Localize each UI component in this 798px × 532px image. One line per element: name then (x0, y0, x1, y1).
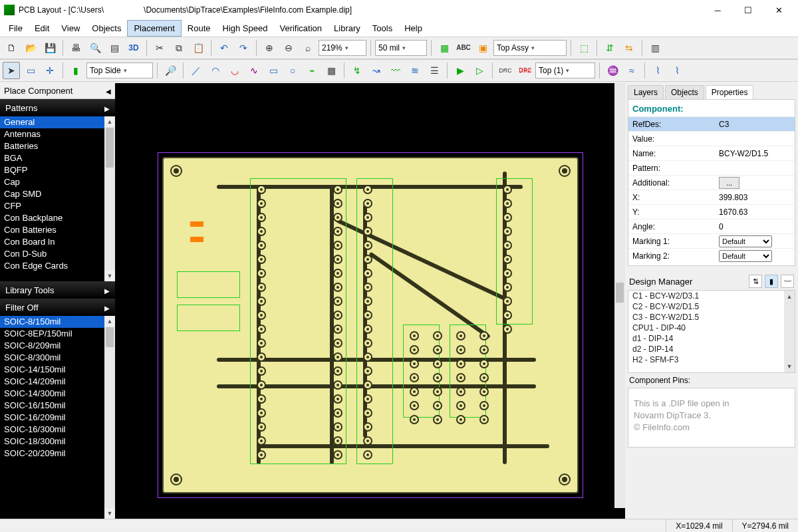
footprint-item[interactable]: SOIC-8/300mil (0, 352, 115, 364)
menu-library[interactable]: Library (328, 20, 366, 37)
titles-icon[interactable]: ▤ (106, 39, 123, 57)
menu-objects[interactable]: Objects (86, 20, 127, 37)
dm-item[interactable]: C2 - BCY-W2/D1.5 (628, 301, 795, 312)
menu-placement[interactable]: Placement (127, 20, 181, 37)
maximize-button[interactable]: ☐ (733, 0, 763, 20)
prop-marking1[interactable]: Marking 1:Default (628, 233, 795, 248)
route-bus-icon[interactable]: ≋ (406, 62, 424, 79)
route-free-icon[interactable]: 〰 (387, 62, 404, 79)
canvas-scrollbar-vertical[interactable] (614, 83, 625, 508)
image-icon[interactable]: ▣ (474, 39, 491, 57)
arc2-icon[interactable]: ◡ (226, 62, 243, 79)
category-list[interactable]: GeneralAntennasBatteriesBGABQFPCapCap SM… (0, 116, 115, 281)
tab-layers[interactable]: Layers (628, 85, 664, 99)
category-item[interactable]: General (0, 116, 115, 128)
component-icon[interactable]: ▮ (67, 62, 84, 79)
menu-verification[interactable]: Verification (273, 20, 328, 37)
prop-y[interactable]: Y:1670.63 (628, 204, 795, 219)
new-icon[interactable]: 🗋 (3, 39, 20, 57)
category-item[interactable]: BQFP (0, 164, 115, 176)
footprint-item[interactable]: SOIC-18/300mil (0, 436, 115, 448)
paste-icon[interactable]: 📋 (190, 39, 207, 57)
category-item[interactable]: Cap (0, 176, 115, 188)
serpentine-icon[interactable]: ⌇ (649, 62, 666, 79)
prop-marking2[interactable]: Marking 2:Default (628, 248, 795, 263)
backannotate-icon[interactable]: ⇆ (620, 39, 638, 57)
category-item[interactable]: Con Batteries (0, 224, 115, 236)
category-item[interactable]: Con D-Sub (0, 248, 115, 260)
menu-edit[interactable]: Edit (29, 20, 55, 37)
dm-item[interactable]: d2 - DIP-14 (628, 344, 795, 354)
prop-x[interactable]: X:399.803 (628, 190, 795, 204)
pointer-tool-icon[interactable]: ➤ (3, 62, 20, 79)
minimize-button[interactable]: ─ (702, 0, 733, 20)
tab-objects[interactable]: Objects (665, 85, 704, 99)
footprint-item[interactable]: SOIC-8EP/150mil (0, 328, 115, 340)
side-select[interactable]: Top Side▾ (86, 63, 153, 78)
spline-icon[interactable]: ∿ (245, 62, 263, 79)
menu-route[interactable]: Route (182, 20, 217, 37)
dm-item[interactable]: C3 - BCY-W2/D1.5 (628, 312, 795, 323)
dm-scrollbar[interactable]: ▲ ▼ (784, 291, 795, 372)
expand-icon[interactable] (104, 285, 110, 295)
additional-button[interactable]: ... (719, 177, 739, 189)
cut-icon[interactable]: ✂ (151, 39, 168, 57)
prop-value[interactable]: Value: (628, 131, 795, 146)
footprint-item[interactable]: SOIC-16/300mil (0, 424, 115, 436)
table-icon[interactable]: ▦ (323, 62, 340, 79)
filter-header[interactable]: Filter Off (0, 299, 115, 316)
copy-icon[interactable]: ⧉ (170, 39, 188, 57)
diffpair2-icon[interactable]: ≈ (623, 62, 640, 79)
serpentine2-icon[interactable]: ⌇ (668, 62, 686, 79)
footprint-item[interactable]: SOIC-20/209mil (0, 448, 115, 460)
patterns-header[interactable]: Patterns (0, 99, 115, 116)
measure-icon[interactable]: ▭ (22, 62, 39, 79)
footprint-item[interactable]: SOIC-14/209mil (0, 376, 115, 388)
autoroute-stop-icon[interactable]: ▷ (471, 62, 488, 79)
category-item[interactable]: Con Board In (0, 236, 115, 248)
circle-icon[interactable]: ○ (284, 62, 301, 79)
footprint-item[interactable]: SOIC-8/150mil (0, 316, 115, 328)
collapse-icon[interactable] (106, 86, 111, 96)
diffpair-icon[interactable]: ♒ (604, 62, 621, 79)
line-icon[interactable]: ／ (188, 62, 205, 79)
pcb-canvas[interactable] (115, 83, 625, 519)
open-icon[interactable]: 📂 (22, 39, 39, 57)
tab-properties[interactable]: Properties (706, 85, 754, 99)
dm-net-icon[interactable]: 〰 (781, 275, 794, 288)
menu-high-speed[interactable]: High Speed (217, 20, 274, 37)
category-item[interactable]: CFP (0, 200, 115, 212)
save-icon[interactable]: 💾 (41, 39, 59, 57)
close-button[interactable]: ✕ (763, 0, 794, 20)
zoom-window-icon[interactable]: ⌕ (299, 39, 317, 57)
place-component-header[interactable]: Place Component (0, 83, 115, 99)
footprint-item[interactable]: SOIC-8/209mil (0, 340, 115, 352)
route-edit-icon[interactable]: ↝ (368, 62, 385, 79)
renumber-icon[interactable]: ⬚ (575, 39, 593, 57)
footprint-item[interactable]: SOIC-14/150mil (0, 364, 115, 376)
expand-icon[interactable] (104, 103, 110, 113)
library-tools-header[interactable]: Library Tools (0, 281, 115, 299)
prop-refdes[interactable]: RefDes:C3 (628, 116, 795, 131)
footprint-scrollbar[interactable]: ▲▼ (104, 316, 115, 519)
category-item[interactable]: Cap SMD (0, 188, 115, 200)
prop-additional[interactable]: Additional:... (628, 175, 795, 190)
design-manager-list[interactable]: C1 - BCY-W2/D3.1C2 - BCY-W2/D1.5C3 - BCY… (628, 290, 795, 373)
prop-pattern[interactable]: Pattern: (628, 160, 795, 175)
expand-icon[interactable] (104, 303, 110, 313)
footprint-item[interactable]: SOIC-16/150mil (0, 400, 115, 412)
zoom-out-icon[interactable]: ⊖ (280, 39, 297, 57)
footprint-item[interactable]: SOIC-14/300mil (0, 388, 115, 400)
redo-icon[interactable]: ↷ (235, 39, 252, 57)
print-icon[interactable]: 🖶 (67, 39, 84, 57)
arc-icon[interactable]: ◠ (207, 62, 224, 79)
category-item[interactable]: Con Backplane (0, 212, 115, 224)
assy-layer-select[interactable]: Top Assy▾ (493, 40, 567, 56)
undo-icon[interactable]: ↶ (215, 39, 233, 57)
grid-select[interactable]: 50 mil▾ (375, 40, 427, 56)
dm-item[interactable]: H2 - SFM-F3 (628, 354, 795, 365)
category-item[interactable]: Antennas (0, 128, 115, 140)
rect-icon[interactable]: ▭ (265, 62, 282, 79)
menu-help[interactable]: Help (398, 20, 428, 37)
signal-layer-select[interactable]: Top (1)▾ (535, 63, 595, 78)
